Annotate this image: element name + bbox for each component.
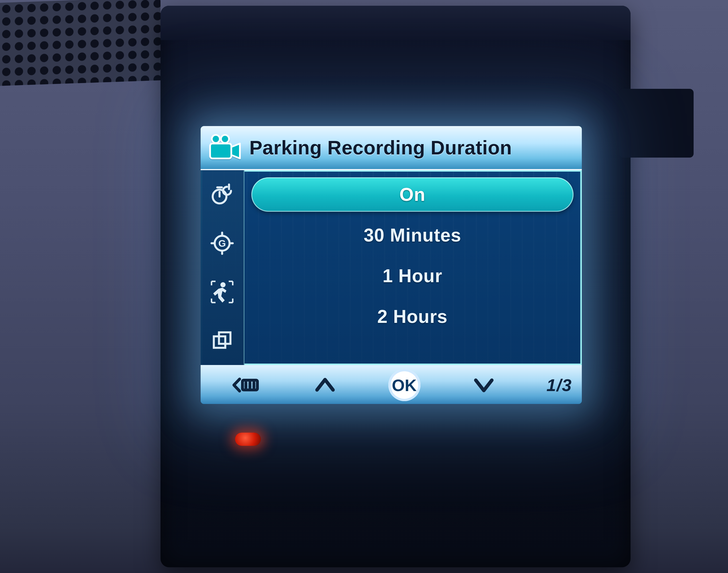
timer-power-icon[interactable] bbox=[201, 170, 244, 219]
rec-led bbox=[235, 433, 261, 446]
ok-button[interactable]: OK bbox=[365, 369, 444, 401]
svg-rect-2 bbox=[210, 144, 231, 158]
down-arrow-icon bbox=[472, 375, 495, 395]
dashcam-mount bbox=[619, 89, 694, 158]
overlap-icon[interactable] bbox=[201, 316, 244, 365]
option-on[interactable]: On bbox=[251, 177, 574, 212]
g-sensor-icon[interactable]: G bbox=[201, 219, 244, 268]
svg-point-1 bbox=[221, 135, 229, 143]
down-button[interactable] bbox=[444, 375, 523, 395]
motion-detect-icon[interactable] bbox=[201, 268, 244, 316]
option-1-hour[interactable]: 1 Hour bbox=[251, 259, 574, 293]
svg-point-7 bbox=[221, 282, 226, 288]
svg-point-0 bbox=[212, 135, 220, 143]
menu-header: Parking Recording Duration bbox=[201, 126, 582, 170]
menu-footer: OK 1/3 bbox=[201, 365, 582, 404]
back-icon bbox=[230, 375, 261, 395]
video-camera-icon bbox=[201, 126, 249, 169]
menu-sidebar: G bbox=[201, 170, 244, 365]
options-panel: On 30 Minutes 1 Hour 2 Hours bbox=[244, 170, 582, 365]
up-arrow-icon bbox=[313, 375, 337, 395]
option-30-minutes[interactable]: 30 Minutes bbox=[251, 218, 574, 252]
menu-body: G bbox=[201, 170, 582, 365]
option-2-hours[interactable]: 2 Hours bbox=[251, 299, 574, 334]
ok-label: OK bbox=[388, 369, 421, 401]
menu-title: Parking Recording Duration bbox=[249, 137, 582, 159]
svg-marker-3 bbox=[231, 144, 240, 158]
page-indicator: 1/3 bbox=[523, 375, 577, 395]
up-button[interactable] bbox=[285, 375, 365, 395]
svg-text:G: G bbox=[219, 238, 226, 249]
back-button[interactable] bbox=[206, 375, 285, 395]
perforated-panel bbox=[0, 0, 160, 86]
dashcam-screen: Parking Recording Duration bbox=[201, 126, 582, 404]
